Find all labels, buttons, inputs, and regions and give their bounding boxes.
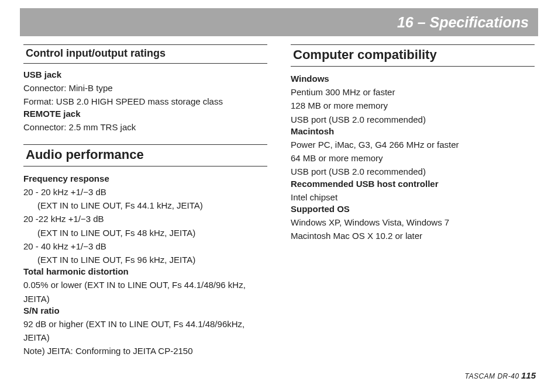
spec-group-usb-host: Recommended USB host controller Intel ch…: [291, 179, 535, 204]
section-heading-control-io: Control input/output ratings: [23, 45, 267, 64]
spec-line: Note) JEITA: Conforming to JEITA CP-2150: [23, 344, 267, 358]
spec-line: (EXT IN to LINE OUT, Fs 96 kHz, JEITA): [23, 253, 267, 266]
page-header-title: 16 – Specifications: [397, 14, 529, 31]
spec-title: Recommended USB host controller: [291, 179, 535, 189]
footer-page-number: 115: [521, 370, 536, 380]
spec-line: 20 - 40 kHz +1/−3 dB: [23, 240, 267, 253]
spec-line: Pentium 300 MHz or faster: [291, 85, 535, 99]
spec-line: 92 dB or higher (EXT IN to LINE OUT, Fs …: [23, 317, 267, 345]
spec-line: 128 MB or more memory: [291, 99, 535, 112]
content-area: Control input/output ratings USB jack Co…: [0, 36, 558, 358]
section-heading-computer-compat: Computer compatibility: [291, 44, 535, 67]
spec-line: USB port (USB 2.0 recommended): [291, 113, 535, 126]
spec-title: REMOTE jack: [23, 109, 267, 119]
spec-group-windows: Windows Pentium 300 MHz or faster 128 MB…: [291, 74, 535, 126]
spec-line: Windows XP, Windows Vista, Windows 7: [291, 216, 535, 229]
left-column: Control input/output ratings USB jack Co…: [23, 43, 267, 358]
spec-title: Macintosh: [291, 126, 535, 136]
spec-title: Windows: [291, 74, 535, 84]
page-header: 16 – Specifications: [20, 8, 538, 36]
spec-group-remote-jack: REMOTE jack Connector: 2.5 mm TRS jack: [23, 109, 267, 134]
spec-line: USB port (USB 2.0 recommended): [291, 165, 535, 178]
spec-group-sn-ratio: S/N ratio 92 dB or higher (EXT IN to LIN…: [23, 306, 267, 358]
spec-line: Connector: 2.5 mm TRS jack: [23, 120, 267, 134]
spec-group-macintosh: Macintosh Power PC, iMac, G3, G4 266 MHz…: [291, 126, 535, 179]
spec-line: 20 -22 kHz +1/−3 dB: [23, 212, 267, 226]
spec-line: 20 - 20 kHz +1/−3 dB: [23, 185, 267, 199]
section-heading-audio-performance: Audio performance: [23, 144, 267, 166]
footer-model: TASCAM DR-40: [465, 372, 519, 380]
spec-title: Supported OS: [291, 204, 535, 214]
spec-line: Power PC, iMac, G3, G4 266 MHz or faster: [291, 138, 535, 151]
spec-group-frequency-response: Frequency response 20 - 20 kHz +1/−3 dB …: [23, 174, 267, 267]
page-footer: TASCAM DR-40 115: [465, 370, 536, 380]
spec-group-usb-jack: USB jack Connector: Mini-B type Format: …: [23, 70, 267, 109]
spec-line: (EXT IN to LINE OUT, Fs 48 kHz, JEITA): [23, 226, 267, 240]
spec-title: S/N ratio: [23, 306, 267, 315]
spec-line: 0.05% or lower (EXT IN to LINE OUT, Fs 4…: [23, 278, 267, 306]
spec-line: 64 MB or more memory: [291, 151, 535, 165]
spec-title: USB jack: [23, 70, 267, 79]
spec-group-thd: Total harmonic distortion 0.05% or lower…: [23, 266, 267, 306]
spec-line: Connector: Mini-B type: [23, 81, 267, 95]
right-column: Computer compatibility Windows Pentium 3…: [291, 43, 535, 358]
spec-line: Intel chipset: [291, 190, 535, 204]
spec-line: Macintosh Mac OS X 10.2 or later: [291, 229, 535, 242]
spec-line: (EXT IN to LINE OUT, Fs 44.1 kHz, JEITA): [23, 199, 267, 212]
spec-title: Total harmonic distortion: [23, 266, 267, 276]
spec-line: Format: USB 2.0 HIGH SPEED mass storage …: [23, 95, 267, 108]
spec-group-supported-os: Supported OS Windows XP, Windows Vista, …: [291, 204, 535, 243]
spec-title: Frequency response: [23, 174, 267, 183]
